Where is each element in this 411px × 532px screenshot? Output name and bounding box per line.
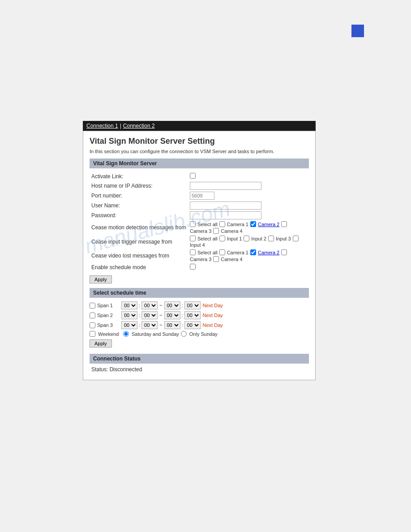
span2-checkbox[interactable]: [90, 313, 95, 318]
apply-button-2[interactable]: Apply: [90, 339, 112, 348]
span2-start-min[interactable]: 000510152025303540455055: [141, 311, 158, 319]
hostname-input[interactable]: [190, 182, 261, 190]
span1-end-hour[interactable]: 0001020304050607080910111213141516171819…: [164, 301, 180, 309]
port-input[interactable]: [190, 192, 214, 200]
weekend-label: Weekend: [98, 331, 121, 337]
activate-link-row: Activate Link:: [90, 172, 309, 181]
tab-bar: Connection 1 | Connection 2: [83, 121, 316, 131]
enable-schedule-row: Enable schedule mode: [90, 263, 309, 272]
status-value: Disconnected: [110, 366, 142, 373]
cease-video-camera4[interactable]: [213, 256, 219, 262]
cease-input-input2[interactable]: [244, 236, 249, 241]
port-label: Port number:: [90, 191, 188, 201]
span3-start-hour[interactable]: 0001020304050607080910111213141516171819…: [121, 321, 137, 329]
cease-video-camera1-label: Camera 1: [227, 250, 248, 255]
cease-video-camera2[interactable]: [250, 249, 256, 255]
weekend-only-sunday-label: Only Sunday: [189, 331, 218, 337]
cease-video-options: Select all Camera 1 Camera 2 Camera 3 Ca…: [190, 249, 307, 262]
span3-end-min[interactable]: 000510152025303540455055: [184, 321, 201, 329]
cease-video-camera4-label: Camera 4: [221, 257, 242, 262]
schedule-section: Span 1 000102030405060708091011121314151…: [90, 301, 309, 352]
span2-label: Span 2: [97, 313, 120, 318]
span2-end-min[interactable]: 000510152025303540455055: [184, 311, 201, 319]
span2-row: Span 2 000102030405060708091011121314151…: [90, 311, 309, 319]
username-row: User Name:: [90, 201, 309, 210]
cease-motion-camera3-label: Camera 3: [190, 228, 211, 234]
page-container: Connection 1 | Connection 2 Vital Sign M…: [83, 121, 316, 380]
enable-schedule-checkbox[interactable]: [190, 264, 196, 270]
cease-motion-camera4[interactable]: [213, 228, 219, 234]
cease-input-select-all-label: Select all: [197, 236, 218, 241]
span3-end-hour[interactable]: 0001020304050607080910111213141516171819…: [164, 321, 180, 329]
weekend-checkbox[interactable]: [90, 331, 95, 337]
span2-end-hour[interactable]: 0001020304050607080910111213141516171819…: [164, 311, 180, 319]
span3-checkbox[interactable]: [90, 322, 95, 328]
cease-video-camera3[interactable]: [281, 249, 287, 255]
hostname-label: Host name or IP Address:: [90, 181, 188, 191]
cease-video-camera3-label: Camera 3: [190, 257, 211, 262]
cease-input-select-all[interactable]: [190, 236, 196, 241]
status-label: Status:: [91, 366, 108, 373]
weekend-saturday-sunday-label: Saturday and Sunday: [132, 331, 179, 337]
tab-connection1[interactable]: Connection 1: [86, 123, 118, 129]
username-input[interactable]: [190, 202, 261, 210]
span1-checkbox[interactable]: [90, 303, 95, 309]
port-row: Port number:: [90, 191, 309, 201]
cease-motion-label: Cease motion detection messages from: [90, 220, 188, 235]
cease-input-input1-label: Input 1: [227, 236, 242, 241]
activate-link-checkbox[interactable]: [190, 173, 196, 179]
cease-input-row: Cease input trigger message from Select …: [90, 235, 309, 249]
apply-button-1[interactable]: Apply: [90, 275, 112, 283]
password-input[interactable]: [190, 211, 261, 219]
span1-tilde: ~: [159, 303, 162, 308]
cease-motion-camera1[interactable]: [219, 221, 225, 227]
span3-row: Span 3 000102030405060708091011121314151…: [90, 321, 309, 329]
span1-start-hour[interactable]: 0001020304050607080910111213141516171819…: [121, 301, 137, 309]
tab-connection2[interactable]: Connection 2: [123, 123, 155, 129]
cease-video-camera2-label: Camera 2: [258, 250, 279, 255]
cease-video-select-all-label: Select all: [197, 250, 218, 255]
weekend-only-sunday-radio[interactable]: [181, 331, 187, 337]
span1-start-min[interactable]: 000510152025303540455055: [141, 301, 158, 309]
hostname-row: Host name or IP Address:: [90, 181, 309, 191]
cease-motion-camera2[interactable]: [250, 221, 256, 227]
cease-video-camera1[interactable]: [219, 249, 225, 255]
cease-video-row: Cease video lost messages from Select al…: [90, 249, 309, 263]
cease-motion-camera4-label: Camera 4: [221, 228, 242, 234]
span3-start-min[interactable]: 000510152025303540455055: [141, 321, 158, 329]
span3-label: Span 3: [97, 322, 120, 328]
enable-schedule-label: Enable schedule mode: [90, 263, 188, 272]
span3-sep1: :: [139, 322, 140, 328]
connection-status-header: Connection Status: [90, 354, 309, 364]
cease-video-select-all[interactable]: [190, 249, 196, 255]
span1-row: Span 1 000102030405060708091011121314151…: [90, 301, 309, 309]
cease-video-label: Cease video lost messages from: [90, 249, 188, 263]
password-label: Password:: [90, 210, 188, 220]
cease-motion-select-all[interactable]: [190, 221, 196, 227]
span1-sep1: :: [139, 303, 140, 308]
tab-separator: |: [120, 123, 121, 129]
span3-next-day: Next Day: [203, 322, 223, 328]
cease-input-input3[interactable]: [268, 236, 274, 241]
cease-motion-camera3[interactable]: [281, 221, 287, 227]
weekend-row: Weekend Saturday and Sunday Only Sunday: [90, 331, 309, 337]
span1-label: Span 1: [97, 303, 120, 308]
cease-motion-options: Select all Camera 1 Camera 2 Camera 3 Ca…: [190, 221, 307, 234]
weekend-saturday-sunday-radio[interactable]: [123, 331, 129, 337]
vsm-server-header: Vital Sign Monitor Server: [90, 159, 309, 168]
span3-tilde: ~: [159, 322, 162, 328]
cease-input-input3-label: Input 3: [276, 236, 291, 241]
cease-input-input1[interactable]: [219, 236, 225, 241]
main-panel: Vital Sign Monitor Server Setting In thi…: [83, 131, 316, 380]
span2-sep2: :: [182, 313, 183, 318]
activate-link-label: Activate Link:: [90, 172, 188, 181]
span2-start-hour[interactable]: 0001020304050607080910111213141516171819…: [121, 311, 137, 319]
connection-status-text: Status: Disconnected: [90, 365, 309, 373]
cease-input-input4-label: Input 4: [190, 242, 205, 248]
blue-square-decoration: [351, 25, 364, 37]
cease-input-input4[interactable]: [293, 236, 299, 241]
username-label: User Name:: [90, 201, 188, 210]
page-title: Vital Sign Monitor Server Setting: [90, 137, 309, 146]
span2-tilde: ~: [159, 313, 162, 318]
span1-end-min[interactable]: 000510152025303540455055: [184, 301, 201, 309]
